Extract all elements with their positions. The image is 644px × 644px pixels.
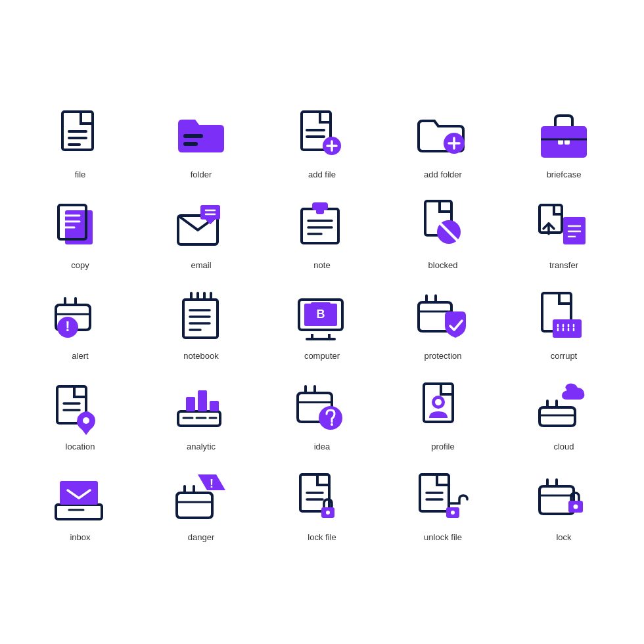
svg-rect-80 [198, 390, 207, 411]
svg-point-77 [83, 417, 89, 424]
profile-label: profile [431, 442, 454, 451]
svg-text:!: ! [65, 318, 70, 334]
icon-cell-add-folder: add folder [382, 99, 503, 183]
svg-rect-15 [541, 126, 587, 158]
idea-icon [292, 377, 352, 436]
folder-icon [172, 105, 231, 164]
note-icon [292, 196, 352, 255]
alert-label: alert [72, 351, 88, 361]
svg-rect-5 [183, 142, 198, 146]
icon-cell-protection: protection [382, 280, 503, 364]
add-file-icon [292, 105, 352, 164]
icon-cell-notebook: notebook [141, 280, 262, 364]
icon-grid: file folder add file add folde [20, 99, 624, 545]
svg-text:B: B [317, 308, 325, 321]
location-icon [51, 377, 110, 436]
profile-icon [413, 377, 472, 436]
note-label: note [313, 260, 330, 270]
icon-cell-computer: B computer [262, 280, 382, 364]
copy-icon [51, 196, 110, 255]
icon-cell-unlock-file: unlock file [382, 461, 503, 545]
icon-cell-add-file: add file [262, 99, 382, 183]
icon-cell-analytic: analytic [141, 371, 262, 455]
briefcase-label: briefcase [547, 170, 582, 179]
transfer-label: transfer [549, 260, 578, 270]
icon-cell-danger: ! danger [141, 461, 262, 545]
idea-label: idea [314, 442, 331, 451]
svg-rect-79 [186, 397, 195, 411]
computer-label: computer [304, 351, 340, 361]
icon-cell-idea: idea [262, 371, 382, 455]
icon-cell-transfer: transfer [503, 189, 624, 273]
svg-point-117 [574, 505, 578, 509]
protection-label: protection [424, 351, 461, 361]
svg-point-112 [451, 511, 455, 515]
icon-cell-lock: lock [503, 461, 624, 545]
add-folder-label: add folder [424, 170, 462, 179]
svg-rect-48 [183, 300, 218, 338]
file-label: file [75, 170, 86, 179]
svg-point-107 [326, 511, 330, 515]
transfer-icon [534, 196, 593, 255]
icon-cell-inbox: inbox [20, 461, 141, 545]
corrupt-label: corrupt [551, 351, 577, 361]
svg-rect-81 [210, 401, 219, 411]
notebook-icon [172, 287, 231, 346]
lock-file-label: lock file [308, 532, 336, 542]
icon-cell-briefcase: briefcase [503, 99, 624, 183]
svg-point-92 [435, 399, 442, 405]
svg-point-89 [331, 423, 333, 426]
corrupt-icon [534, 287, 593, 346]
icon-cell-corrupt: corrupt [503, 280, 624, 364]
icon-cell-cloud: cloud [503, 371, 624, 455]
lock-file-icon [292, 468, 352, 527]
inbox-label: inbox [70, 532, 90, 542]
inbox-icon [51, 468, 110, 527]
icon-cell-file: file [20, 99, 141, 183]
icon-cell-alert: ! alert [20, 280, 141, 364]
unlock-file-icon [413, 468, 472, 527]
icon-cell-profile: profile [382, 371, 503, 455]
danger-icon: ! [172, 468, 231, 527]
briefcase-icon [534, 105, 593, 164]
svg-rect-96 [56, 505, 102, 519]
email-label: email [191, 260, 211, 270]
blocked-icon [413, 196, 472, 255]
add-folder-icon [413, 105, 472, 164]
analytic-icon [172, 377, 231, 436]
icon-cell-note: note [262, 189, 382, 273]
folder-label: folder [191, 170, 212, 179]
computer-icon: B [292, 287, 352, 346]
copy-label: copy [71, 260, 89, 270]
unlock-file-label: unlock file [424, 532, 462, 542]
icon-cell-lock-file: lock file [262, 461, 382, 545]
alert-icon: ! [51, 287, 110, 346]
email-icon [172, 196, 231, 255]
lock-label: lock [556, 532, 571, 542]
svg-rect-33 [312, 202, 328, 210]
icon-cell-email: email [141, 189, 262, 273]
svg-text:!: ! [210, 477, 214, 490]
blocked-label: blocked [428, 260, 458, 270]
icon-cell-copy: copy [20, 189, 141, 273]
add-file-label: add file [308, 170, 336, 179]
icon-cell-location: location [20, 371, 141, 455]
location-label: location [66, 442, 95, 451]
icon-cell-blocked: blocked [382, 189, 503, 273]
notebook-label: notebook [183, 351, 219, 361]
svg-rect-25 [200, 205, 220, 219]
svg-rect-97 [60, 481, 98, 505]
analytic-label: analytic [187, 442, 216, 451]
cloud-icon [534, 377, 593, 436]
cloud-label: cloud [553, 442, 574, 451]
lock-icon [534, 468, 593, 527]
icon-cell-folder: folder [141, 99, 262, 183]
svg-rect-69 [553, 319, 582, 338]
svg-rect-4 [183, 134, 203, 138]
file-icon [51, 105, 110, 164]
protection-icon [413, 287, 472, 346]
danger-label: danger [188, 532, 214, 542]
